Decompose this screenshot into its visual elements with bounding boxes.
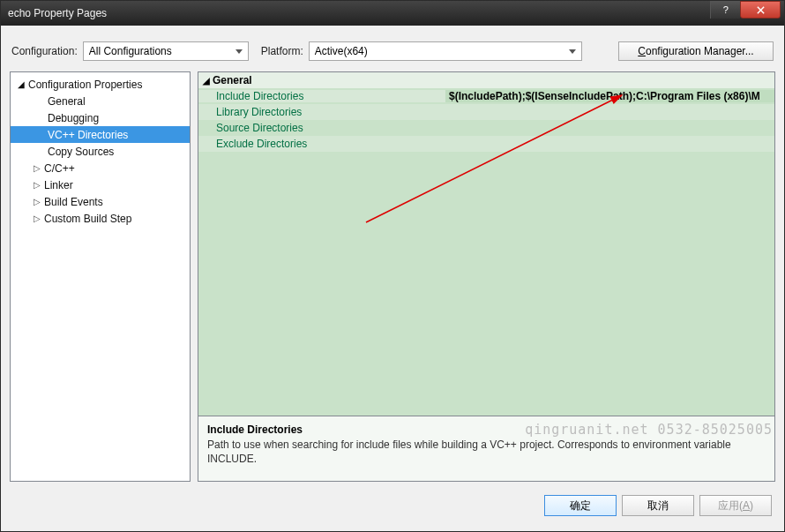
description-title: Include Directories: [207, 423, 766, 436]
close-button[interactable]: [740, 1, 781, 19]
chevron-right-icon: ▷: [32, 214, 42, 223]
main-row: ◢ Configuration Properties General Debug…: [10, 71, 775, 482]
platform-value: Active(x64): [315, 45, 368, 57]
property-pages-window: echo Property Pages ? Configuration: All…: [0, 0, 785, 532]
prop-row-include-directories[interactable]: Include Directories $(IncludePath);$(ISe…: [198, 88, 774, 104]
tree-item-general[interactable]: General: [11, 93, 190, 109]
cancel-button[interactable]: 取消: [622, 495, 694, 516]
tree-item-copy-sources[interactable]: Copy Sources: [11, 143, 190, 160]
description-panel: Include Directories Path to use when sea…: [198, 416, 775, 482]
group-header[interactable]: ◢ General: [198, 72, 774, 88]
tree-root[interactable]: ◢ Configuration Properties: [11, 76, 190, 93]
chevron-right-icon: ▷: [32, 197, 42, 206]
tree-item-ccpp[interactable]: ▷C/C++: [11, 160, 190, 176]
help-button[interactable]: ?: [710, 1, 740, 19]
platform-label: Platform:: [261, 45, 303, 57]
prop-row-source-directories[interactable]: Source Directories: [198, 120, 774, 136]
window-title: echo Property Pages: [8, 7, 710, 19]
prop-row-exclude-directories[interactable]: Exclude Directories: [198, 136, 774, 152]
svg-text:?: ?: [723, 5, 729, 15]
titlebar-buttons: ?: [710, 1, 784, 26]
description-body: Path to use when searching for include f…: [207, 438, 766, 466]
chevron-right-icon: ▷: [32, 180, 42, 190]
chevron-right-icon: ▷: [32, 163, 42, 173]
prop-row-library-directories[interactable]: Library Directories: [198, 104, 774, 120]
help-icon: ?: [721, 5, 730, 15]
dialog-footer: 确定 取消 应用(A): [10, 482, 775, 522]
chevron-down-icon: ◢: [16, 79, 26, 89]
property-grid[interactable]: ◢ General Include Directories $(IncludeP…: [198, 71, 775, 416]
client-area: Configuration: All Configurations Platfo…: [1, 26, 784, 531]
ok-button[interactable]: 确定: [544, 495, 617, 516]
configuration-manager-button[interactable]: Configuration Manager...: [618, 41, 774, 61]
tree-item-linker[interactable]: ▷Linker: [11, 176, 190, 193]
apply-button[interactable]: 应用(A): [699, 495, 772, 516]
titlebar: echo Property Pages ?: [1, 1, 784, 26]
configuration-label: Configuration:: [11, 45, 78, 57]
tree-item-vcpp-directories[interactable]: VC++ Directories: [11, 126, 190, 143]
platform-select[interactable]: Active(x64): [309, 41, 582, 61]
tree-item-debugging[interactable]: Debugging: [11, 109, 190, 126]
chevron-down-icon: ◢: [198, 76, 211, 86]
nav-tree[interactable]: ◢ Configuration Properties General Debug…: [10, 71, 191, 482]
configuration-select[interactable]: All Configurations: [83, 41, 249, 61]
config-toolbar: Configuration: All Configurations Platfo…: [10, 34, 775, 71]
close-icon: [756, 5, 766, 15]
property-column: ◢ General Include Directories $(IncludeP…: [198, 71, 775, 482]
tree-item-custom-build-step[interactable]: ▷Custom Build Step: [11, 210, 190, 227]
configuration-value: All Configurations: [89, 45, 172, 57]
tree-item-build-events[interactable]: ▷Build Events: [11, 193, 190, 210]
